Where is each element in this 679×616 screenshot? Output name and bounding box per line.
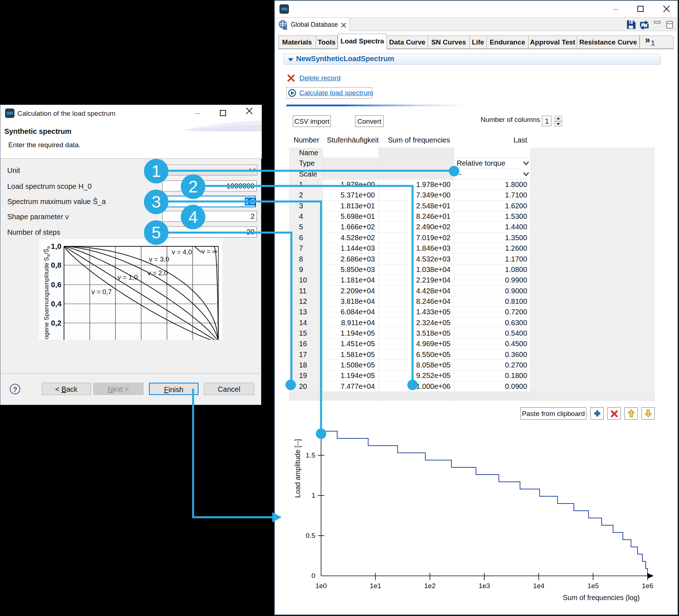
svg-text:2: 2	[188, 177, 198, 196]
svg-text:3: 3	[151, 192, 161, 211]
svg-text:1: 1	[151, 162, 161, 180]
svg-text:4: 4	[188, 208, 198, 226]
svg-text:5: 5	[151, 223, 161, 242]
